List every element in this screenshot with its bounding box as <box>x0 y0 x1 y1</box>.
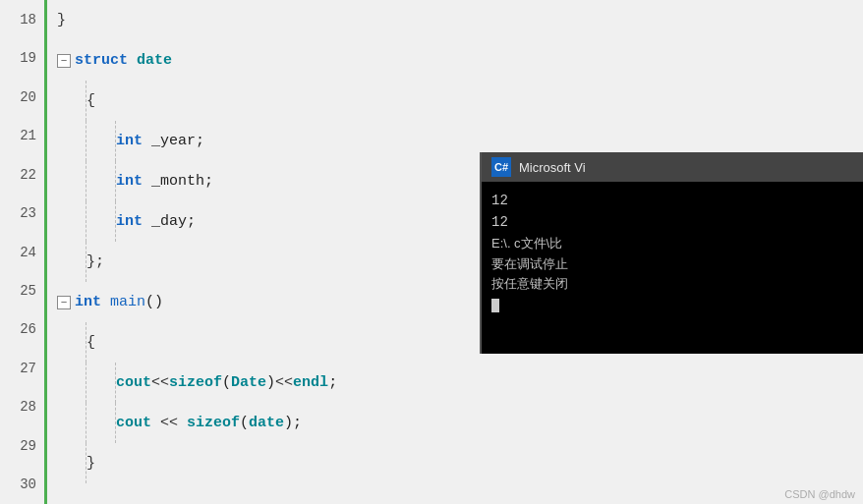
code-line-30 <box>47 483 863 504</box>
token: { <box>86 334 95 351</box>
line-number-30: 30 <box>0 466 44 504</box>
code-line-27: cout<<sizeof(Date)<<endl; <box>47 363 863 403</box>
token: cout <box>116 415 151 431</box>
token: struct <box>75 52 128 69</box>
token: _day; <box>143 213 196 230</box>
line-number-19: 19 <box>0 38 44 77</box>
line-number-25: 25 <box>0 271 44 309</box>
token: _year; <box>143 133 204 149</box>
terminal-line: 要在调试停止 <box>491 254 853 275</box>
code-line-29: } <box>47 443 863 483</box>
token: sizeof <box>187 415 240 431</box>
line-number-26: 26 <box>0 310 44 349</box>
token: << <box>275 374 293 391</box>
code-line-20: { <box>47 81 863 121</box>
token: endl <box>293 374 328 391</box>
token: { <box>86 92 95 109</box>
terminal-line: 12 <box>491 211 853 233</box>
token: () <box>145 294 163 310</box>
line-number-29: 29 <box>0 426 44 465</box>
fold-icon[interactable]: − <box>57 54 71 68</box>
token: }; <box>86 253 104 270</box>
token: _month; <box>143 173 213 190</box>
terminal-app-icon: C# <box>491 157 511 177</box>
token <box>101 294 110 310</box>
line-number-20: 20 <box>0 78 44 116</box>
token: ) <box>266 374 275 391</box>
line-number-27: 27 <box>0 349 44 387</box>
token: main <box>110 294 145 310</box>
line-number-23: 23 <box>0 194 44 232</box>
token <box>128 52 137 69</box>
terminal-window: C# Microsoft Vi 1212E:\. c文件\比要在调试停止按任意键… <box>480 152 863 354</box>
token: Date <box>231 374 266 391</box>
watermark: CSDN @dhdw <box>784 488 855 500</box>
fold-icon[interactable]: − <box>57 296 71 309</box>
token: } <box>86 455 95 472</box>
token: int <box>116 133 143 149</box>
token: date <box>137 52 172 69</box>
token: ); <box>284 415 302 431</box>
terminal-title: Microsoft Vi <box>519 160 586 175</box>
token: << <box>151 415 187 431</box>
token: int <box>116 213 143 230</box>
line-number-24: 24 <box>0 233 44 271</box>
token: cout <box>116 374 151 391</box>
line-number-21: 21 <box>0 116 44 154</box>
token: date <box>249 415 284 431</box>
terminal-line: 12 <box>491 190 853 211</box>
terminal-titlebar: C# Microsoft Vi <box>482 152 863 182</box>
code-line-19: −struct date <box>47 40 863 81</box>
token: int <box>75 294 101 310</box>
cursor <box>491 299 499 312</box>
token: << <box>151 374 169 391</box>
line-number-28: 28 <box>0 388 44 426</box>
token: sizeof <box>169 374 222 391</box>
terminal-cursor-line <box>491 295 853 316</box>
line-numbers: 18192021222324252627282930 <box>0 0 47 504</box>
code-line-18: } <box>47 0 863 40</box>
terminal-body: 1212E:\. c文件\比要在调试停止按任意键关闭 <box>482 182 863 354</box>
token: ( <box>222 374 231 391</box>
terminal-line: 按任意键关闭 <box>491 274 853 295</box>
code-line-28: cout << sizeof(date); <box>47 403 863 443</box>
token: ; <box>328 374 337 391</box>
token: int <box>116 173 143 190</box>
token: } <box>57 12 66 28</box>
line-number-22: 22 <box>0 155 44 194</box>
line-number-18: 18 <box>0 0 44 38</box>
terminal-line: E:\. c文件\比 <box>491 234 853 254</box>
token: ( <box>240 415 249 431</box>
editor-area: 18192021222324252627282930 }−struct date… <box>0 0 863 504</box>
